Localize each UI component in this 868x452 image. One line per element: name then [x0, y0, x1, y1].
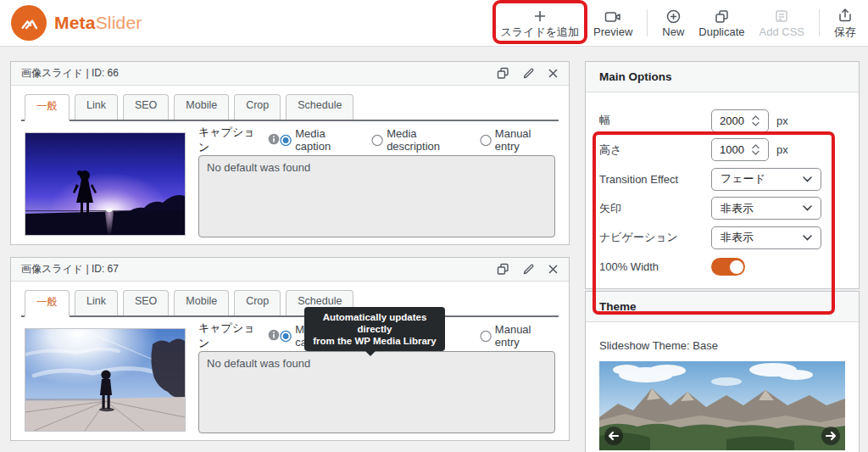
top-toolbar: MetaSlider スライドを追加 Preview New Duplicate… [0, 0, 868, 47]
caption-textarea[interactable]: No default was found [198, 155, 555, 237]
plus-icon [533, 7, 547, 23]
duplicate-slide-icon[interactable] [497, 263, 509, 276]
theme-subtitle: Slideshow Theme: Base [599, 339, 845, 352]
navigation-select[interactable]: 非表示 [711, 226, 821, 249]
chevron-down-icon [803, 235, 812, 241]
height-label: 高さ [599, 142, 711, 158]
save-label: 保存 [834, 25, 856, 40]
tab-link[interactable]: Link [75, 94, 118, 120]
mountain-icon [11, 5, 47, 41]
preview-button[interactable]: Preview [593, 8, 632, 38]
stepper-icon[interactable] [752, 143, 760, 156]
edit-slide-icon[interactable] [522, 67, 535, 80]
duplicate-button[interactable]: Duplicate [698, 8, 744, 38]
transition-effect-select[interactable]: フェード [711, 168, 821, 191]
main-options-title: Main Options [586, 62, 859, 92]
chevron-down-icon [803, 205, 812, 211]
add-slide-label: スライドを追加 [501, 25, 580, 40]
brand-name: MetaSlider [54, 13, 142, 33]
tab-seo[interactable]: SEO [123, 94, 169, 120]
height-input[interactable] [711, 138, 769, 161]
tab-general[interactable]: 一般 [25, 94, 70, 121]
close-slide-icon[interactable] [548, 264, 559, 275]
arrows-label: 矢印 [599, 201, 711, 216]
arrows-select[interactable]: 非表示 [711, 197, 821, 220]
slide-tabs: 一般 Link SEO Mobile Crop Schedule [21, 94, 559, 121]
width-unit: px [776, 114, 788, 127]
radio-manual-entry[interactable]: Manual entry [480, 323, 555, 349]
main-options-panel: Main Options 幅 px 高さ px Transition Effec… [585, 61, 860, 289]
slide-card-66: 画像スライド | ID: 66 一般 Link SEO Mobile Crop … [10, 61, 570, 245]
new-label: New [662, 25, 684, 38]
radio-media-caption[interactable]: Media caption [280, 127, 360, 153]
full-width-toggle[interactable] [711, 258, 745, 276]
save-icon [837, 7, 853, 23]
radio-manual-entry[interactable]: Manual entry [480, 127, 555, 153]
toolbar-divider [819, 9, 820, 36]
theme-panel: Theme Slideshow Theme: Base [585, 291, 860, 452]
theme-preview[interactable] [599, 361, 845, 450]
tab-crop[interactable]: Crop [234, 290, 281, 315]
media-library-tooltip: Automatically updates directlyfrom the W… [304, 307, 445, 351]
caption-textarea[interactable]: No default was found [198, 351, 555, 433]
navigation-label: ナビゲーション [599, 230, 711, 245]
slide-card-67: 画像スライド | ID: 67 一般 Link SEO Mobile Crop … [10, 257, 570, 441]
tab-mobile[interactable]: Mobile [174, 94, 229, 120]
duplicate-slide-icon[interactable] [497, 67, 509, 80]
slide-title: 画像スライド | ID: 66 [21, 66, 119, 81]
slide-card-header: 画像スライド | ID: 66 [11, 62, 569, 86]
tab-schedule[interactable]: Schedule [286, 94, 353, 120]
transition-effect-label: Transition Effect [599, 173, 711, 186]
css-icon [774, 8, 789, 24]
tab-link[interactable]: Link [75, 290, 118, 315]
slide-card-header: 画像スライド | ID: 67 [11, 258, 569, 282]
edit-slide-icon[interactable] [522, 263, 535, 276]
caption-label: キャプション [198, 321, 263, 351]
info-icon[interactable] [268, 329, 280, 343]
add-css-button[interactable]: Add CSS [760, 8, 804, 38]
tab-mobile[interactable]: Mobile [174, 290, 229, 315]
circle-plus-icon [666, 8, 681, 24]
duplicate-label: Duplicate [698, 25, 744, 38]
radio-media-description[interactable]: Media description [371, 127, 469, 153]
width-label: 幅 [599, 113, 711, 128]
video-icon [604, 8, 621, 24]
slide-tabs: 一般 Link SEO Mobile Crop Schedule [21, 290, 559, 317]
slide-title: 画像スライド | ID: 67 [21, 262, 119, 276]
stepper-icon[interactable] [752, 114, 760, 127]
metaslider-logo: MetaSlider [0, 5, 142, 41]
add-slide-button[interactable]: スライドを追加 [501, 7, 580, 40]
chevron-down-icon [803, 176, 812, 182]
preview-label: Preview [593, 25, 632, 38]
width-input[interactable] [711, 109, 769, 132]
toolbar-divider [647, 9, 648, 36]
copy-icon [715, 8, 729, 24]
theme-title: Theme [586, 292, 859, 322]
save-button[interactable]: 保存 [834, 7, 856, 40]
slide-thumbnail-night [25, 132, 186, 236]
full-width-label: 100% Width [599, 260, 711, 273]
caption-label: キャプション [198, 125, 263, 155]
new-slideshow-button[interactable]: New [662, 8, 684, 38]
tab-crop[interactable]: Crop [234, 94, 281, 120]
add-css-label: Add CSS [760, 25, 804, 38]
close-slide-icon[interactable] [548, 68, 559, 79]
tab-general[interactable]: 一般 [25, 290, 70, 317]
slide-thumbnail-day [25, 328, 186, 432]
height-unit: px [776, 143, 788, 156]
tab-seo[interactable]: SEO [123, 290, 169, 315]
info-icon[interactable] [268, 133, 280, 148]
